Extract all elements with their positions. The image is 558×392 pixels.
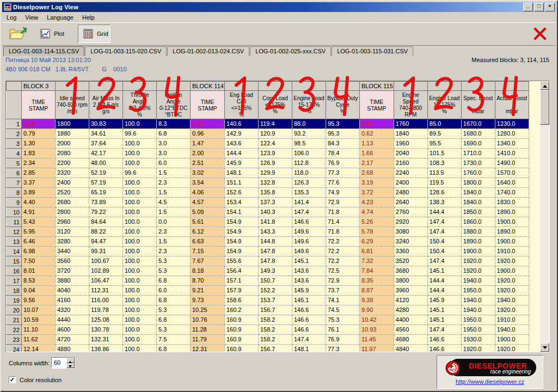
cell-b3-r13-c1[interactable]: 3280 xyxy=(56,237,89,247)
row-number-11[interactable]: 11 xyxy=(7,217,22,227)
cell-b114-r15-c4[interactable]: 72.2 xyxy=(326,256,359,266)
maximize-button[interactable]: □ xyxy=(534,3,544,11)
cell-b3-r22-c1[interactable]: 4600 xyxy=(56,325,89,335)
cell-b115-r22-c0[interactable]: 10.93 xyxy=(359,325,394,335)
grid-view-button[interactable]: Grid xyxy=(78,24,111,43)
row-number-17[interactable]: 17 xyxy=(7,276,22,286)
cell-b115-r17-c2[interactable]: 144.4 xyxy=(427,276,461,286)
cell-b115-r8-c4[interactable]: 1740.0 xyxy=(495,188,529,198)
cell-b114-r23-c4[interactable]: 76.9 xyxy=(326,335,359,345)
cell-b114-r22-c2[interactable]: 158.2 xyxy=(258,325,292,335)
cell-b3-r7-c3[interactable]: 100.0 xyxy=(123,178,157,188)
cell-b3-r2-c4[interactable]: 6.8 xyxy=(157,129,191,139)
cell-b115-r10-c2[interactable]: 144.4 xyxy=(427,207,461,217)
cell-b3-r24-c3[interactable]: 100.0 xyxy=(123,345,157,353)
cell-b3-r6-c1[interactable]: 2320 xyxy=(56,168,89,178)
cell-b115-r19-c0[interactable]: 9.38 xyxy=(359,296,394,305)
cell-b115-r8-c2[interactable]: 128.6 xyxy=(427,188,461,198)
cell-b114-r19-c0[interactable]: 9.73 xyxy=(191,296,225,305)
cell-b114-r2-c2[interactable]: 120.9 xyxy=(258,129,292,139)
cell-b114-r20-c1[interactable]: 160.2 xyxy=(224,305,258,315)
cell-b115-r21-c4[interactable]: 1910.0 xyxy=(495,315,529,325)
cell-b114-r13-c3[interactable]: 149.6 xyxy=(292,237,326,247)
cell-b3-r8-c2[interactable]: 65.19 xyxy=(89,188,123,198)
cell-b115-r23-c1[interactable]: 4680 xyxy=(394,335,427,345)
cell-b3-r11-c4[interactable]: 0.0 xyxy=(157,217,191,227)
cell-b3-r11-c2[interactable]: 84.64 xyxy=(89,217,123,227)
cell-b115-r22-c3[interactable]: 1950.0 xyxy=(461,325,495,335)
plot-view-button[interactable]: Plot xyxy=(35,26,76,42)
cell-b115-r2-c2[interactable]: 89.5 xyxy=(427,129,461,139)
cell-b115-r24-c3[interactable]: 1920.0 xyxy=(461,345,495,353)
cell-b114-r15-c3[interactable]: 145.1 xyxy=(292,256,326,266)
menu-language[interactable]: Language xyxy=(42,13,78,22)
cell-b3-r17-c3[interactable]: 100.0 xyxy=(123,276,157,286)
cell-b114-r5-c0[interactable]: 2.51 xyxy=(191,158,225,168)
cell-b115-r1-c0[interactable]: 0.10 xyxy=(359,119,394,129)
cell-b114-r11-c3[interactable]: 146.6 xyxy=(292,217,326,227)
cell-b115-r10-c0[interactable]: 4.74 xyxy=(359,207,394,217)
cell-b115-r19-c4[interactable]: 1940.0 xyxy=(495,296,529,305)
cell-b114-r7-c2[interactable]: 132.8 xyxy=(258,178,292,188)
cell-b114-r21-c0[interactable]: 10.76 xyxy=(191,315,225,325)
cell-b114-r1-c3[interactable]: 88.0 xyxy=(292,119,326,129)
cell-b115-r15-c4[interactable]: 1920.0 xyxy=(495,256,529,266)
cell-b3-r20-c3[interactable]: 100.0 xyxy=(123,305,157,315)
menu-help[interactable]: Help xyxy=(78,13,99,22)
cell-b114-r12-c2[interactable]: 143.3 xyxy=(258,227,292,237)
cell-b115-r20-c2[interactable]: 145.1 xyxy=(427,305,461,315)
cell-b114-r21-c2[interactable]: 158.2 xyxy=(258,315,292,325)
cell-b3-r19-c4[interactable]: 6.8 xyxy=(157,296,191,305)
cell-b114-r17-c1[interactable]: 157.1 xyxy=(224,276,258,286)
cell-b114-r12-c1[interactable]: 154.9 xyxy=(224,227,258,237)
cell-b3-r11-c1[interactable]: 2960 xyxy=(56,217,89,227)
cell-b3-r7-c4[interactable]: 2.3 xyxy=(157,178,191,188)
cell-b115-r19-c2[interactable]: 145.9 xyxy=(427,296,461,305)
row-number-14[interactable]: 14 xyxy=(7,247,22,256)
cell-b3-r18-c2[interactable]: 112.31 xyxy=(89,286,123,296)
cell-b3-r17-c2[interactable]: 106.47 xyxy=(89,276,123,286)
cell-b115-r9-c3[interactable]: 1840.0 xyxy=(461,198,495,207)
website-link[interactable]: http://www.dieselpower.cz xyxy=(456,378,524,385)
cell-b114-r13-c0[interactable]: 6.63 xyxy=(191,237,225,247)
cell-b114-r6-c4[interactable]: 77.3 xyxy=(326,168,359,178)
cell-b3-r9-c1[interactable]: 2680 xyxy=(56,198,89,207)
row-number-7[interactable]: 7 xyxy=(7,178,22,188)
cell-b114-r19-c1[interactable]: 158.6 xyxy=(224,296,258,305)
cell-b114-r13-c2[interactable]: 144.8 xyxy=(258,237,292,247)
cell-b114-r15-c0[interactable]: 7.67 xyxy=(191,256,225,266)
cell-b115-r7-c0[interactable]: 3.19 xyxy=(359,178,394,188)
cell-b115-r24-c4[interactable]: 1920.0 xyxy=(495,345,529,353)
cell-b3-r2-c1[interactable]: 1880 xyxy=(56,129,89,139)
row-number-6[interactable]: 6 xyxy=(7,168,22,178)
cell-b115-r6-c2[interactable]: 113.5 xyxy=(427,168,461,178)
cell-b115-r21-c0[interactable]: 10.42 xyxy=(359,315,394,325)
cell-b114-r13-c4[interactable]: 72.2 xyxy=(326,237,359,247)
cell-b114-r14-c2[interactable]: 147.8 xyxy=(258,247,292,256)
cell-b3-r20-c1[interactable]: 4320 xyxy=(56,305,89,315)
cell-b114-r22-c4[interactable]: 76.1 xyxy=(326,325,359,335)
cell-b3-r18-c1[interactable]: 4040 xyxy=(56,286,89,296)
cell-b115-r13-c4[interactable]: 1900.0 xyxy=(495,237,529,247)
cell-b115-r22-c2[interactable]: 147.4 xyxy=(427,325,461,335)
cell-b114-r12-c3[interactable]: 149.6 xyxy=(292,227,326,237)
cell-b3-r1-c3[interactable]: 100.0 xyxy=(123,119,157,129)
cell-b115-r7-c1[interactable]: 2400 xyxy=(394,178,427,188)
cell-b3-r19-c1[interactable]: 4160 xyxy=(56,296,89,305)
cell-b115-r12-c3[interactable]: 1880.0 xyxy=(461,227,495,237)
cell-b3-r5-c3[interactable]: 100.0 xyxy=(123,158,157,168)
cell-b114-r2-c3[interactable]: 93.2 xyxy=(292,129,326,139)
scrollbar-thumb[interactable] xyxy=(540,90,549,125)
cell-b115-r17-c4[interactable]: 1920.0 xyxy=(495,276,529,286)
cell-b114-r24-c0[interactable]: 12.31 xyxy=(191,345,225,353)
cell-b114-r21-c4[interactable]: 75.3 xyxy=(326,315,359,325)
row-number-1[interactable]: 1 xyxy=(7,119,22,129)
cell-b115-r17-c3[interactable]: 1940.0 xyxy=(461,276,495,286)
cell-b114-r13-c1[interactable]: 154.9 xyxy=(224,237,258,247)
cell-b115-r11-c3[interactable]: 1860.0 xyxy=(461,217,495,227)
row-number-4[interactable]: 4 xyxy=(7,149,22,158)
cell-b115-r23-c3[interactable]: 1930.0 xyxy=(461,335,495,345)
cell-b3-r9-c3[interactable]: 100.0 xyxy=(123,198,157,207)
cell-b3-r4-c4[interactable]: 3.0 xyxy=(157,149,191,158)
cell-b115-r18-c3[interactable]: 1950.0 xyxy=(461,286,495,296)
